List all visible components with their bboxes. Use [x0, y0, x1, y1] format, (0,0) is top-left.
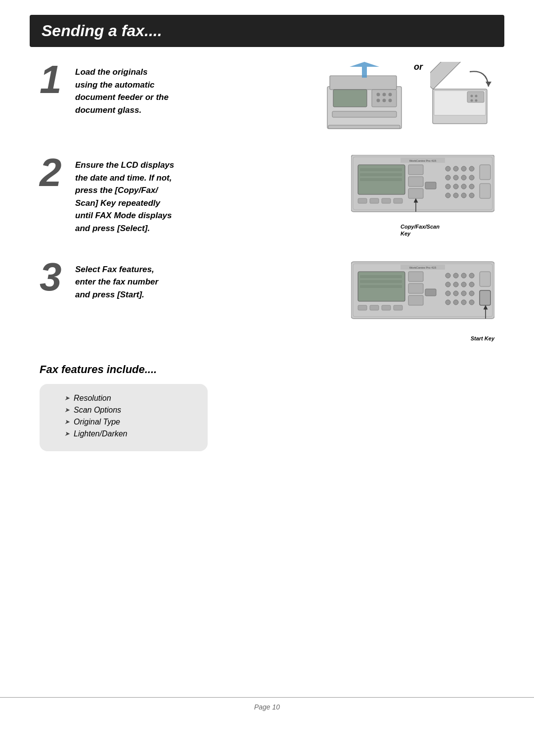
svg-rect-63	[360, 275, 402, 278]
control-panel-svg-step3: WorkCentre Pro 415	[351, 259, 494, 329]
step-2-line5: until FAX Mode displays	[75, 211, 172, 220]
step-1-visuals: or	[322, 62, 494, 133]
open-cover-image	[430, 62, 494, 128]
step-1-number: 1	[40, 62, 75, 97]
svg-rect-72	[408, 295, 423, 305]
svg-rect-70	[408, 272, 423, 282]
svg-rect-29	[360, 178, 402, 181]
svg-point-44	[461, 175, 466, 180]
svg-point-7	[389, 93, 392, 96]
step-1-line2: using the automatic	[75, 80, 155, 90]
or-label: or	[411, 62, 425, 72]
step-3-line2: enter the fax number	[75, 277, 158, 286]
svg-point-87	[453, 300, 458, 305]
svg-point-86	[445, 300, 450, 305]
step-1-text: Load the originals using the automatic d…	[75, 62, 312, 116]
svg-point-83	[453, 291, 458, 296]
step-2-content: Ensure the LCD displays the date and tim…	[75, 155, 341, 235]
svg-point-78	[445, 282, 450, 287]
svg-point-6	[383, 93, 386, 96]
svg-point-81	[469, 282, 474, 287]
svg-point-85	[469, 291, 474, 296]
step-3-content: Select Fax features, enter the fax numbe…	[75, 259, 341, 301]
svg-point-43	[453, 175, 458, 180]
svg-marker-15	[486, 82, 491, 87]
svg-point-19	[475, 95, 478, 97]
svg-rect-1	[330, 76, 397, 90]
step-3-number: 3	[40, 259, 75, 295]
svg-point-76	[461, 273, 466, 278]
page-title: Sending a fax....	[42, 22, 492, 40]
step-2-visuals: WorkCentre Pro 415	[351, 155, 494, 237]
list-item: Original Type	[64, 418, 193, 426]
svg-point-52	[461, 193, 466, 198]
svg-rect-64	[360, 280, 402, 283]
step-2-panel-area: WorkCentre Pro 415	[351, 155, 494, 237]
step-1-line1: Load the originals	[75, 67, 147, 77]
copy-fax-scan-label: Copy/Fax/Scan Key	[400, 223, 440, 237]
page-container: Sending a fax.... 1 Load the originals u…	[0, 15, 534, 756]
svg-marker-2	[350, 62, 379, 78]
step-3-row: 3 Select Fax features, enter the fax num…	[40, 259, 494, 341]
copy-key-label-area: Copy/Fax/Scan Key	[351, 223, 494, 237]
svg-rect-91	[480, 290, 490, 305]
svg-point-88	[461, 300, 466, 305]
list-item: Resolution	[64, 394, 193, 403]
svg-rect-28	[360, 173, 402, 176]
svg-rect-67	[370, 305, 379, 310]
fax-features-title: Fax features include....	[40, 363, 494, 376]
svg-point-40	[461, 166, 466, 171]
step-1-line3: document feeder or the	[75, 93, 169, 102]
step-2-line2: the date and time. If not,	[75, 173, 172, 183]
list-item: Lighten/Darken	[64, 429, 193, 438]
step-2-row: 2 Ensure the LCD displays the date and t…	[40, 155, 494, 237]
svg-point-51	[453, 193, 458, 198]
svg-rect-37	[425, 182, 436, 189]
svg-point-9	[383, 99, 386, 102]
step-1-content: Load the originals using the automatic d…	[75, 62, 312, 116]
svg-rect-31	[370, 198, 379, 203]
step-2-text: Ensure the LCD displays the date and tim…	[75, 155, 341, 235]
svg-rect-68	[382, 305, 391, 310]
svg-point-77	[469, 273, 474, 278]
svg-rect-90	[480, 272, 490, 286]
step-2-line6: and press [Select].	[75, 224, 150, 233]
svg-point-79	[453, 282, 458, 287]
fax-features-box: Resolution Scan Options Original Type Li…	[40, 384, 208, 451]
footer: Page 10	[0, 697, 534, 711]
svg-point-18	[471, 95, 473, 97]
svg-point-21	[475, 99, 478, 102]
svg-point-84	[461, 291, 466, 296]
svg-point-89	[469, 300, 474, 305]
svg-rect-73	[425, 289, 436, 296]
svg-point-50	[445, 193, 450, 198]
main-content: 1 Load the originals using the automatic…	[0, 47, 534, 481]
svg-rect-11	[333, 90, 367, 107]
svg-point-39	[453, 166, 458, 171]
fax-features-list: Resolution Scan Options Original Type Li…	[64, 394, 193, 438]
svg-point-5	[377, 93, 380, 96]
svg-rect-54	[480, 165, 490, 180]
svg-rect-55	[480, 184, 490, 198]
svg-text:WorkCentre Pro 415: WorkCentre Pro 415	[409, 159, 437, 162]
svg-rect-33	[394, 198, 402, 203]
svg-point-10	[389, 99, 392, 102]
svg-point-8	[377, 99, 380, 102]
svg-rect-66	[358, 305, 367, 310]
step-1-line4: document glass.	[75, 105, 141, 115]
svg-point-38	[445, 166, 450, 171]
svg-rect-27	[360, 168, 402, 171]
svg-point-75	[453, 273, 458, 278]
list-item: Scan Options	[64, 406, 193, 415]
step-3-line3: and press [Start].	[75, 290, 144, 299]
step-2-number: 2	[40, 155, 75, 190]
svg-rect-35	[408, 177, 423, 187]
svg-point-42	[445, 175, 450, 180]
svg-point-45	[469, 175, 474, 180]
svg-rect-3	[332, 111, 397, 117]
svg-point-41	[469, 166, 474, 171]
step-3-visuals: WorkCentre Pro 415	[351, 259, 494, 341]
step-3-text: Select Fax features, enter the fax numbe…	[75, 259, 341, 301]
svg-point-82	[445, 291, 450, 296]
svg-text:WorkCentre Pro 415: WorkCentre Pro 415	[409, 266, 437, 269]
